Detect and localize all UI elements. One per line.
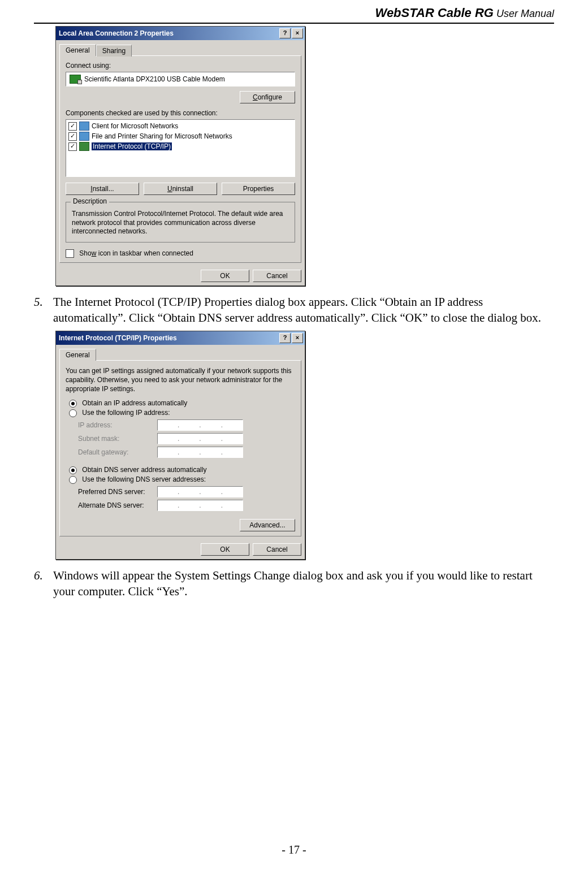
radio-use-dns-label: Use the following DNS server addresses: xyxy=(82,475,206,483)
close-icon[interactable]: × xyxy=(292,333,303,343)
properties-button[interactable]: Properties xyxy=(222,183,295,195)
step-text: Windows will appear the System Settings … xyxy=(53,568,554,600)
adapter-field: Scientific Atlanta DPX2100 USB Cable Mod… xyxy=(66,72,295,86)
page-footer: - 17 - xyxy=(0,843,588,856)
show-icon-label: Show icon in taskbar when connected xyxy=(79,249,193,257)
ip-address-input: ... xyxy=(157,419,243,431)
list-item[interactable]: ✓ File and Printer Sharing for Microsoft… xyxy=(67,131,293,141)
advanced-button[interactable]: Advanced... xyxy=(240,519,295,531)
checkbox-icon[interactable]: ✓ xyxy=(68,132,77,141)
pref-dns-label: Preferred DNS server: xyxy=(78,488,157,496)
tab-sharing[interactable]: Sharing xyxy=(96,45,132,57)
radio-use-dns[interactable] xyxy=(69,476,77,484)
subnet-input: ... xyxy=(157,433,243,444)
checkbox-icon[interactable]: ✓ xyxy=(68,142,77,151)
intro-text: You can get IP settings assigned automat… xyxy=(66,366,295,394)
ok-button[interactable]: OK xyxy=(201,543,249,556)
service-icon xyxy=(79,132,89,141)
step-text: The Internet Protocol (TCP/IP) Propertie… xyxy=(53,294,554,326)
configure-button[interactable]: CConfigureonfigure xyxy=(240,91,295,103)
dialog2-title: Internet Protocol (TCP/IP) Properties xyxy=(59,334,177,342)
radio-use-ip-label: Use the following IP address: xyxy=(82,409,170,417)
help-icon[interactable]: ? xyxy=(279,333,291,343)
header-suffix: User Manual xyxy=(494,8,554,19)
show-icon-checkbox[interactable] xyxy=(66,249,74,258)
list-item[interactable]: ✓ Client for Microsoft Networks xyxy=(67,121,293,131)
radio-obtain-ip-label: Obtain an IP address automatically xyxy=(82,399,187,407)
help-icon[interactable]: ? xyxy=(279,28,291,38)
step-number: 5. xyxy=(34,294,53,326)
tab-general[interactable]: General xyxy=(59,44,96,56)
tab-general[interactable]: General xyxy=(59,349,96,361)
description-legend: Description xyxy=(71,197,109,205)
dialog2-titlebar[interactable]: Internet Protocol (TCP/IP) Properties ? … xyxy=(56,331,305,345)
dialog1-titlebar[interactable]: Local Area Connection 2 Properties ? × xyxy=(56,27,305,40)
adapter-name: Scientific Atlanta DPX2100 USB Cable Mod… xyxy=(84,75,225,83)
client-icon xyxy=(79,122,89,131)
cancel-button[interactable]: Cancel xyxy=(253,270,301,282)
list-item[interactable]: ✓ Internet Protocol (TCP/IP) xyxy=(67,141,293,152)
lan-properties-dialog: Local Area Connection 2 Properties ? × G… xyxy=(55,26,305,286)
alt-dns-input[interactable]: ... xyxy=(157,500,243,511)
cancel-button[interactable]: Cancel xyxy=(253,543,301,556)
uninstall-button[interactable]: Uninstall xyxy=(144,183,217,195)
component-label-selected: Internet Protocol (TCP/IP) xyxy=(92,142,172,150)
ip-address-label: IP address: xyxy=(78,421,157,429)
connect-using-label: Connect using: xyxy=(66,62,295,70)
components-list[interactable]: ✓ Client for Microsoft Networks ✓ File a… xyxy=(66,119,295,177)
checkbox-icon[interactable]: ✓ xyxy=(68,122,77,131)
pref-dns-input[interactable]: ... xyxy=(157,486,243,497)
protocol-icon xyxy=(79,142,89,151)
network-adapter-icon xyxy=(70,75,81,84)
ok-button[interactable]: OK xyxy=(201,270,249,282)
radio-use-ip[interactable] xyxy=(69,409,77,417)
description-text: Transmission Control Protocol/Internet P… xyxy=(72,210,289,236)
page-header: WebSTAR Cable RG User Manual xyxy=(34,6,554,24)
radio-obtain-dns-label: Obtain DNS server address automatically xyxy=(82,466,206,474)
gateway-label: Default gateway: xyxy=(78,448,157,456)
component-label: File and Printer Sharing for Microsoft N… xyxy=(92,132,232,140)
close-icon[interactable]: × xyxy=(292,28,303,38)
radio-obtain-dns[interactable] xyxy=(69,466,77,474)
tcpip-properties-dialog: Internet Protocol (TCP/IP) Properties ? … xyxy=(55,331,305,560)
radio-obtain-ip[interactable] xyxy=(69,400,77,408)
step-5: 5. The Internet Protocol (TCP/IP) Proper… xyxy=(34,294,554,326)
alt-dns-label: Alternate DNS server: xyxy=(78,501,157,509)
header-product: WebSTAR Cable RG xyxy=(375,6,494,20)
gateway-input: ... xyxy=(157,447,243,458)
description-group: Description Transmission Control Protoco… xyxy=(66,202,295,243)
components-label: Components checked are used by this conn… xyxy=(66,109,295,117)
subnet-label: Subnet mask: xyxy=(78,435,157,443)
step-6: 6. Windows will appear the System Settin… xyxy=(34,568,554,600)
step-number: 6. xyxy=(34,568,53,600)
component-label: Client for Microsoft Networks xyxy=(92,122,178,130)
install-button[interactable]: Install... xyxy=(66,183,139,195)
dialog1-title: Local Area Connection 2 Properties xyxy=(59,29,174,37)
